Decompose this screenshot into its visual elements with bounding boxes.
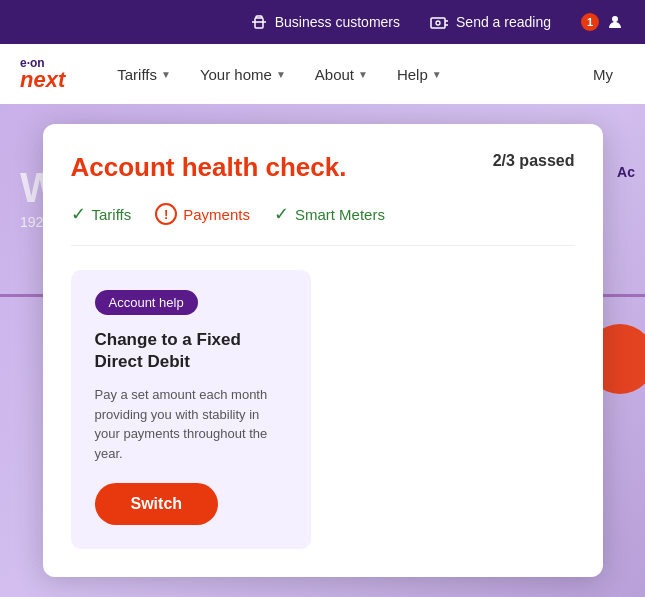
card-title: Change to a Fixed Direct Debit — [95, 329, 287, 373]
notification-area[interactable]: 1 — [581, 12, 625, 32]
logo[interactable]: e·on next — [20, 57, 65, 91]
checks-row: ✓ Tariffs ! Payments ✓ Smart Meters — [71, 203, 575, 246]
send-reading-label: Send a reading — [456, 14, 551, 30]
passed-badge: 2/3 passed — [493, 152, 575, 170]
check-tariffs: ✓ Tariffs — [71, 203, 132, 225]
check-ok-icon: ✓ — [71, 203, 86, 225]
svg-point-4 — [612, 16, 618, 22]
nav-your-home[interactable]: Your home ▼ — [188, 58, 298, 91]
business-customers-link[interactable]: Business customers — [249, 12, 400, 32]
health-check-title: Account health check. — [71, 152, 347, 183]
card-description: Pay a set amount each month providing yo… — [95, 385, 287, 463]
nav-about[interactable]: About ▼ — [303, 58, 380, 91]
check-ok-icon-2: ✓ — [274, 203, 289, 225]
notification-badge: 1 — [581, 13, 599, 31]
account-help-card: Account help Change to a Fixed Direct De… — [71, 270, 311, 549]
nav-my[interactable]: My — [581, 58, 625, 91]
account-help-tag: Account help — [95, 290, 198, 315]
chevron-down-icon: ▼ — [276, 69, 286, 80]
check-smart-meters-label: Smart Meters — [295, 206, 385, 223]
svg-point-3 — [436, 21, 440, 25]
check-payments: ! Payments — [155, 203, 250, 225]
check-smart-meters: ✓ Smart Meters — [274, 203, 385, 225]
modal-overlay: Account health check. 2/3 passed ✓ Tarif… — [0, 104, 645, 597]
health-check-header: Account health check. 2/3 passed — [71, 152, 575, 183]
svg-rect-2 — [431, 18, 445, 28]
health-check-card: Account health check. 2/3 passed ✓ Tarif… — [43, 124, 603, 577]
chevron-down-icon: ▼ — [358, 69, 368, 80]
nav-tariffs[interactable]: Tariffs ▼ — [105, 58, 183, 91]
meter-icon — [430, 12, 450, 32]
warning-icon: ! — [155, 203, 177, 225]
svg-rect-0 — [255, 18, 263, 28]
chevron-down-icon: ▼ — [161, 69, 171, 80]
nav-items: Tariffs ▼ Your home ▼ About ▼ Help ▼ My — [105, 58, 625, 91]
check-tariffs-label: Tariffs — [92, 206, 132, 223]
briefcase-icon — [249, 12, 269, 32]
person-icon — [605, 12, 625, 32]
chevron-down-icon: ▼ — [432, 69, 442, 80]
business-customers-label: Business customers — [275, 14, 400, 30]
switch-button[interactable]: Switch — [95, 483, 219, 525]
nav-help[interactable]: Help ▼ — [385, 58, 454, 91]
send-reading-link[interactable]: Send a reading — [430, 12, 551, 32]
top-bar: Business customers Send a reading 1 — [0, 0, 645, 44]
check-payments-label: Payments — [183, 206, 250, 223]
main-nav: e·on next Tariffs ▼ Your home ▼ About ▼ … — [0, 44, 645, 104]
logo-next: next — [20, 69, 65, 91]
